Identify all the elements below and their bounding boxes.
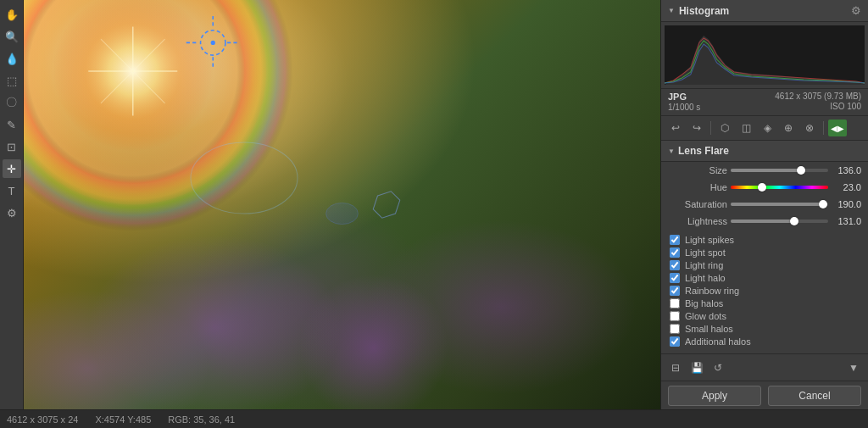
brush-tool[interactable]: ✎: [3, 115, 21, 134]
big-halos-label: Big halos: [685, 298, 723, 308]
saturation-slider[interactable]: [731, 203, 828, 206]
light-spot-checkbox[interactable]: [670, 247, 680, 258]
rgb-values: RGB: 35, 36, 41: [168, 414, 235, 425]
left-toolbar: ✋ 🔍 💧 ⬚ 〇 ✎ ⊡ ✛ T ⚙: [0, 0, 24, 409]
hue-thumb[interactable]: [758, 183, 766, 192]
light-spikes-checkbox[interactable]: [670, 235, 680, 245]
hue-slider-row: Hue 23.0: [661, 179, 868, 196]
lightness-slider[interactable]: [731, 220, 828, 223]
histogram-title: Histogram: [679, 5, 729, 17]
image-dimensions: 4612 x 3075 x 24: [7, 414, 78, 425]
checkbox-small-halos: Small halos: [670, 324, 860, 334]
lens-flare-tool[interactable]: ✛: [3, 159, 21, 178]
hand-tool[interactable]: ✋: [3, 5, 21, 24]
cancel-button[interactable]: Cancel: [768, 386, 861, 406]
apply-button[interactable]: Apply: [668, 386, 761, 406]
redo-button[interactable]: ↪: [687, 120, 706, 136]
saturation-slider-row: Saturation 190.0: [661, 196, 868, 213]
checkbox-light-ring: Light ring: [670, 260, 860, 270]
checkbox-glow-dots: Glow dots: [670, 311, 860, 321]
checkbox-light-spikes: Light spikes: [670, 235, 860, 245]
cursor-coordinates: X:4574 Y:485: [95, 414, 151, 425]
iso-value: ISO 100: [775, 102, 861, 111]
glow-dots-checkbox[interactable]: [670, 311, 680, 321]
light-halo-checkbox[interactable]: [670, 273, 680, 283]
rect-select-tool[interactable]: ⬚: [3, 71, 21, 90]
checkbox-light-spot: Light spot: [670, 247, 860, 258]
toolbar-separator2: [823, 121, 824, 135]
saturation-value: 190.0: [832, 199, 861, 209]
size-slider[interactable]: [731, 169, 828, 172]
view-toggle-button[interactable]: ◀▶: [828, 120, 847, 136]
photo-background: [24, 0, 660, 409]
saturation-label: Saturation: [668, 199, 727, 209]
image-size: 4612 x 3075 (9.73 MB): [775, 92, 861, 101]
size-label: Size: [668, 165, 727, 175]
tool4-button[interactable]: ⊕: [779, 120, 798, 136]
light-spikes-label: Light spikes: [685, 235, 734, 245]
size-slider-row: Size 136.0: [661, 162, 868, 179]
checkbox-additional-halos: Additional halos: [670, 336, 860, 347]
scroll-down-button[interactable]: ▼: [844, 359, 863, 377]
settings-tool[interactable]: ⚙: [3, 203, 21, 222]
histogram-collapse-icon[interactable]: ▼: [668, 7, 675, 14]
additional-halos-checkbox[interactable]: [670, 336, 680, 347]
image-format: JPG: [668, 92, 700, 102]
eyedropper-tool[interactable]: 💧: [3, 49, 21, 68]
histogram-gear-icon[interactable]: ⚙: [851, 4, 861, 17]
text-tool[interactable]: T: [3, 181, 21, 200]
lens-flare-section: ▼ Lens Flare Size 136.0 Hue 23.0: [661, 141, 868, 353]
histogram-info: JPG 1/1000 s 4612 x 3075 (9.73 MB) ISO 1…: [661, 88, 868, 115]
small-halos-label: Small halos: [685, 324, 733, 334]
save-button[interactable]: 💾: [687, 359, 706, 377]
light-ring-checkbox[interactable]: [670, 260, 680, 270]
light-halo-label: Light halo: [685, 273, 726, 283]
hue-label: Hue: [668, 182, 727, 192]
rainbow-ring-checkbox[interactable]: [670, 286, 680, 296]
histogram-header: ▼ Histogram ⚙: [661, 0, 868, 22]
light-spot-label: Light spot: [685, 247, 726, 258]
lightness-fill: [731, 220, 794, 223]
size-thumb[interactable]: [797, 166, 805, 175]
undo-button[interactable]: ↩: [666, 120, 685, 136]
bottom-toolbar: ⊟ 💾 ↺ ▼: [661, 353, 868, 381]
checkboxes-section: Light spikes Light spot Light ring Light…: [661, 230, 868, 352]
lasso-tool[interactable]: 〇: [3, 93, 21, 112]
history-button[interactable]: ↺: [709, 359, 727, 377]
toolbar-strip: ↩ ↪ ⬡ ◫ ◈ ⊕ ⊗ ◀▶: [661, 116, 868, 141]
right-panel: ▼ Histogram ⚙: [660, 0, 868, 409]
lightness-value: 131.0: [832, 216, 861, 226]
glow-dots-label: Glow dots: [685, 311, 726, 321]
histogram-section: ▼ Histogram ⚙: [661, 0, 868, 116]
lens-flare-header: ▼ Lens Flare: [661, 141, 868, 162]
histogram-display: [665, 25, 865, 85]
tool3-button[interactable]: ◈: [758, 120, 776, 136]
clone-tool[interactable]: ⊡: [3, 137, 21, 156]
big-halos-checkbox[interactable]: [670, 298, 680, 308]
lens-flare-collapse-icon[interactable]: ▼: [668, 147, 675, 155]
canvas-area[interactable]: [24, 0, 660, 409]
saturation-thumb[interactable]: [819, 200, 827, 208]
checkbox-big-halos: Big halos: [670, 298, 860, 308]
checkbox-rainbow-ring: Rainbow ring: [670, 286, 860, 296]
lightness-label: Lightness: [668, 216, 727, 226]
status-bar: 4612 x 3075 x 24 X:4574 Y:485 RGB: 35, 3…: [0, 409, 868, 428]
tool2-button[interactable]: ◫: [737, 120, 755, 136]
action-buttons: Apply Cancel: [661, 381, 868, 409]
lightness-slider-row: Lightness 131.0: [661, 213, 868, 230]
light-ring-label: Light ring: [685, 260, 723, 270]
toolbar-separator: [710, 121, 711, 135]
lightness-thumb[interactable]: [790, 217, 798, 225]
flowers-overlay: [24, 0, 660, 409]
zoom-tool[interactable]: 🔍: [3, 27, 21, 46]
layers-button[interactable]: ⊟: [666, 359, 685, 377]
size-fill: [731, 169, 801, 172]
hue-slider[interactable]: [731, 186, 828, 189]
photo-canvas: [24, 0, 660, 409]
size-value: 136.0: [832, 165, 861, 175]
rainbow-ring-label: Rainbow ring: [685, 286, 739, 296]
small-halos-checkbox[interactable]: [670, 324, 680, 334]
checkbox-light-halo: Light halo: [670, 273, 860, 283]
tool5-button[interactable]: ⊗: [800, 120, 819, 136]
tool1-button[interactable]: ⬡: [715, 120, 734, 136]
